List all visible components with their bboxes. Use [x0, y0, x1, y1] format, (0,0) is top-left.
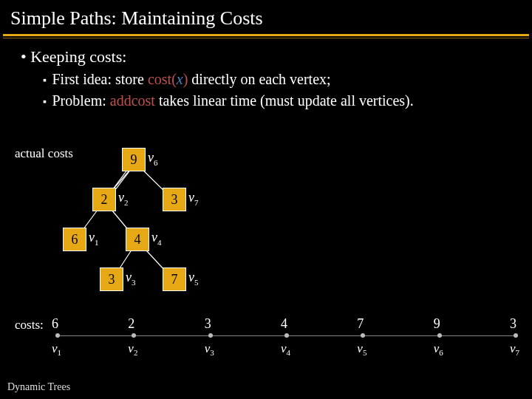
- node-label: v6: [148, 150, 158, 167]
- node-cost: 7: [171, 272, 178, 287]
- tree-node: 2: [92, 188, 116, 211]
- node-cost: 3: [171, 192, 178, 207]
- node-cost: 4: [134, 232, 141, 247]
- tree-node: 6: [63, 228, 86, 251]
- node-cost: 2: [101, 192, 108, 207]
- node-cost: 6: [72, 232, 78, 247]
- node-label: v7: [188, 190, 199, 207]
- slide: Simple Paths: Maintaining Costs Keeping …: [0, 0, 532, 399]
- node-label: v1: [89, 230, 99, 247]
- tree-node: 7: [163, 267, 186, 291]
- tree-node: 9: [122, 148, 146, 171]
- node-label: v2: [118, 190, 129, 207]
- node-label: v3: [126, 270, 136, 287]
- tree-node: 3: [100, 267, 123, 291]
- node-label: v5: [188, 270, 199, 287]
- node-cost: 3: [109, 272, 115, 287]
- node-label: v4: [151, 230, 162, 247]
- tree-edges: [0, 0, 532, 399]
- tree-node: 3: [163, 188, 186, 211]
- tree-node: 4: [126, 228, 149, 251]
- node-cost: 9: [131, 152, 137, 167]
